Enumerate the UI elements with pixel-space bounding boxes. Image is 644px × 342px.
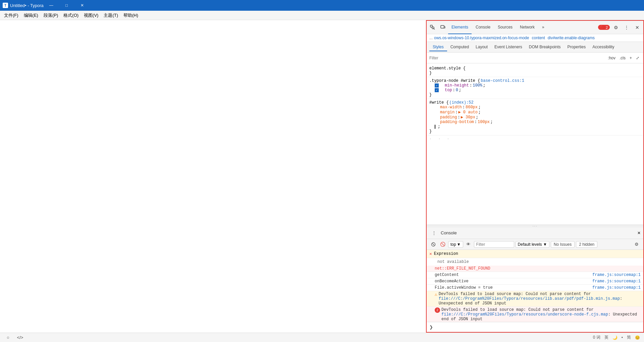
top-selector[interactable]: top ▼ bbox=[448, 241, 463, 248]
css-brace-close-3: } bbox=[429, 129, 432, 134]
cls-filter-btn[interactable]: .cls bbox=[618, 55, 627, 61]
app-icon-letter: T bbox=[4, 4, 6, 7]
breadcrumb-part3[interactable]: div#write.enable-diagrams bbox=[548, 36, 595, 40]
console-row-active-window: File.activeWindow = true frame.js:source… bbox=[427, 285, 643, 291]
style-tab-accessibility[interactable]: Accessibility bbox=[589, 43, 618, 51]
console-eye-icon[interactable]: 👁 bbox=[465, 240, 473, 248]
status-moon-icon[interactable]: 🌙 bbox=[612, 335, 618, 340]
tab-network[interactable]: Network bbox=[517, 21, 538, 34]
menu-file[interactable]: 文件(F) bbox=[1, 12, 21, 19]
active-window-text: File.activeWindow = true bbox=[435, 285, 591, 290]
css-source-3[interactable]: (index):52 bbox=[449, 100, 474, 105]
expand-styles-btn[interactable]: ⤢ bbox=[635, 55, 641, 61]
devtools-toolbar: Elements Console Sources Network » 🚫 2 ⚙… bbox=[427, 21, 643, 34]
style-tab-styles[interactable]: Styles bbox=[429, 43, 447, 51]
get-content-source[interactable]: frame.js:sourcemap:1 bbox=[592, 273, 641, 277]
status-simple-icon[interactable]: 简 bbox=[627, 335, 631, 340]
console-row-warning1: ⚠ DevTools failed to load source map: Co… bbox=[427, 291, 643, 307]
filter-input[interactable] bbox=[429, 56, 604, 60]
filter-actions: :hov .cls + ⤢ bbox=[606, 55, 641, 61]
console-content: ✕ Expression not available net::ERR_FILE… bbox=[427, 250, 643, 322]
devtools-more-icon[interactable]: ⋮ bbox=[622, 23, 631, 32]
console-row-net-error: net::ERR_FILE_NOT_FOUND bbox=[427, 266, 643, 272]
error2-badge: 2 bbox=[435, 307, 440, 313]
status-lang-icon[interactable]: 英 bbox=[604, 335, 608, 340]
tab-sources[interactable]: Sources bbox=[494, 21, 516, 34]
error2-text-pre: DevTools failed to load source map: Coul… bbox=[441, 307, 594, 312]
error2-link[interactable]: file:///C:/Program%20Files/Typora/resour… bbox=[441, 312, 608, 317]
statusbar: ○ </> 0 词 英 🌙 • 简 😊 bbox=[0, 333, 644, 342]
menu-paragraph[interactable]: 段落(P) bbox=[41, 12, 61, 19]
menu-help[interactable]: 帮助(H) bbox=[121, 12, 141, 19]
css-val-top[interactable]: 0 bbox=[456, 88, 458, 93]
tab-more[interactable]: » bbox=[539, 21, 548, 34]
status-icon-left[interactable]: ○ bbox=[4, 334, 12, 342]
add-style-rule-btn[interactable]: + bbox=[628, 55, 633, 61]
css-selector-1[interactable]: element.style { bbox=[429, 66, 466, 71]
css-cursor-line[interactable]: ; bbox=[435, 124, 440, 129]
css-val-padding[interactable]: ▶ 30px bbox=[461, 115, 475, 120]
style-tab-dom-breakpoints[interactable]: DOM Breakpoints bbox=[526, 43, 564, 51]
warning1-link[interactable]: file:///C:/Program%20Files/Typora/resour… bbox=[439, 296, 620, 301]
css-val-padding-bottom[interactable]: 100px bbox=[478, 120, 490, 124]
css-prop-margin: margin bbox=[440, 110, 454, 115]
css-rule-typora-node: .typora-node #write { base-control.css:1… bbox=[427, 77, 643, 99]
css-selector-3[interactable]: #write { bbox=[429, 100, 449, 105]
style-tab-event-listeners[interactable]: Event Listeners bbox=[491, 43, 526, 51]
svg-rect-0 bbox=[430, 25, 432, 27]
css-prop-min-height: min-height bbox=[445, 83, 469, 88]
console-not-available: not available bbox=[427, 258, 643, 266]
status-code-icon[interactable]: </> bbox=[16, 334, 24, 342]
menu-view[interactable]: 视图(V) bbox=[81, 12, 101, 19]
close-button[interactable]: ✕ bbox=[74, 0, 90, 11]
on-become-active-source[interactable]: frame.js:sourcemap:1 bbox=[592, 279, 641, 284]
css-source-2[interactable]: base-control.css:1 bbox=[481, 78, 524, 83]
settings-icon[interactable]: ⚙ bbox=[611, 23, 621, 32]
tab-elements[interactable]: Elements bbox=[448, 21, 472, 34]
console-options-icon[interactable]: ⋮ bbox=[429, 228, 439, 238]
console-row-get-content: getContent frame.js:sourcemap:1 bbox=[427, 272, 643, 278]
menu-format[interactable]: 格式(O) bbox=[61, 12, 81, 19]
tab-console[interactable]: Console bbox=[472, 21, 494, 34]
app-icon: T bbox=[3, 3, 8, 8]
editor-area[interactable] bbox=[0, 20, 426, 333]
console-expression-row: ✕ Expression bbox=[427, 250, 643, 258]
style-tab-layout[interactable]: Layout bbox=[472, 43, 491, 51]
active-window-source[interactable]: frame.js:sourcemap:1 bbox=[592, 285, 641, 290]
menu-edit[interactable]: 编辑(E) bbox=[21, 12, 41, 19]
css-selector-2[interactable]: .typora-node #write { bbox=[429, 78, 480, 83]
status-emoji-icon[interactable]: 😊 bbox=[635, 335, 640, 340]
minimize-button[interactable]: — bbox=[44, 0, 59, 11]
close-console-icon[interactable]: ✕ bbox=[637, 231, 641, 235]
style-tab-computed[interactable]: Computed bbox=[447, 43, 472, 51]
log-level-selector[interactable]: Default levels ▼ bbox=[516, 241, 549, 248]
main-area: Elements Console Sources Network » 🚫 2 ⚙… bbox=[0, 20, 644, 333]
css-val-min-height[interactable]: 100% bbox=[473, 83, 482, 88]
maximize-button[interactable]: □ bbox=[59, 0, 74, 11]
console-filter-icon[interactable]: 🚫 bbox=[439, 240, 447, 248]
css-checkbox-top[interactable]: ✓ bbox=[435, 88, 439, 92]
no-issues-badge[interactable]: No Issues bbox=[551, 241, 575, 248]
css-checkbox-min-height[interactable]: ✓ bbox=[435, 83, 439, 88]
devtools-panel: Elements Console Sources Network » 🚫 2 ⚙… bbox=[426, 20, 644, 333]
console-clear-icon[interactable] bbox=[429, 240, 437, 248]
console-gear-icon[interactable]: ⚙ bbox=[633, 240, 641, 248]
inspect-element-icon[interactable] bbox=[428, 23, 437, 32]
console-filter-input[interactable] bbox=[474, 241, 514, 248]
hidden-badge[interactable]: 2 hidden bbox=[576, 241, 597, 248]
css-val-margin[interactable]: ▶ 0 auto bbox=[458, 110, 478, 115]
close-devtools-icon[interactable]: ✕ bbox=[633, 23, 642, 32]
warning-icon-1: ⚠ bbox=[435, 292, 437, 297]
svg-point-2 bbox=[432, 27, 434, 29]
breadcrumb-part2[interactable]: content bbox=[532, 36, 545, 40]
css-val-max-width[interactable]: 860px bbox=[466, 105, 478, 110]
css-prop-max-width: max-width bbox=[440, 105, 462, 110]
expression-close-icon[interactable]: ✕ bbox=[429, 251, 432, 256]
net-error-text: net::ERR_FILE_NOT_FOUND bbox=[435, 266, 490, 271]
device-toolbar-icon[interactable] bbox=[438, 23, 447, 32]
breadcrumb-part1[interactable]: ows.os-windows-10.typora-maxmized.on-foc… bbox=[434, 36, 529, 40]
style-tab-properties[interactable]: Properties bbox=[564, 43, 589, 51]
console-prompt-icon: ❯ bbox=[429, 325, 433, 330]
hov-filter-btn[interactable]: :hov bbox=[606, 55, 617, 61]
menu-theme[interactable]: 主题(T) bbox=[101, 12, 121, 19]
